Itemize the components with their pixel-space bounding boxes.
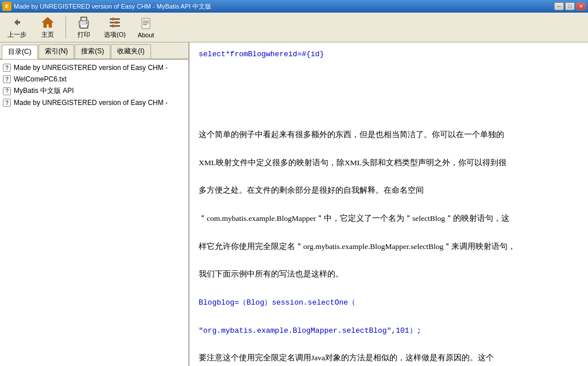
svg-rect-1 xyxy=(18,21,20,24)
svg-rect-14 xyxy=(142,18,150,29)
content-line xyxy=(199,142,579,156)
tree-item-label: Made by UNREGISTERED version of Easy CHM… xyxy=(14,64,168,72)
tab-index[interactable]: 索引(N) xyxy=(38,44,75,59)
about-icon xyxy=(139,17,153,30)
tree-view: ? Made by UNREGISTERED version of Easy C… xyxy=(0,60,188,366)
tab-search[interactable]: 搜索(S) xyxy=(75,44,110,59)
home-button[interactable]: 主页 xyxy=(33,14,62,41)
content-line: 我们下面示例中所有的写法也是这样的。 xyxy=(199,267,579,281)
content-line: ＂com.mybatis.example.BlogMapper＂中，它定义了一个… xyxy=(199,212,579,225)
tree-item[interactable]: ? Made by UNREGISTERED version of Easy C… xyxy=(0,62,188,73)
content-line: select*fromBlogwhereid=#{id} xyxy=(199,47,579,61)
options-icon xyxy=(108,15,122,29)
code-text: "org.mybatis.example.BlogMapper.selectBl… xyxy=(199,326,421,335)
content-line xyxy=(199,75,579,88)
svg-point-11 xyxy=(112,18,115,21)
toolbar-sep-1 xyxy=(65,17,66,38)
title-bar: E Made by UNREGISTERED version of Easy C… xyxy=(0,0,588,13)
svg-rect-15 xyxy=(143,21,149,22)
svg-rect-17 xyxy=(143,24,147,25)
tree-item-icon: ? xyxy=(2,63,11,72)
print-button[interactable]: 打印 xyxy=(69,14,98,41)
svg-marker-2 xyxy=(42,17,53,28)
question-icon: ? xyxy=(3,64,11,72)
back-label: 上一步 xyxy=(7,30,26,39)
content-line xyxy=(199,170,579,184)
about-label: About xyxy=(138,32,154,38)
tab-bar: 目录(C) 索引(N) 搜索(S) 收藏夹(I) xyxy=(0,42,188,60)
tree-item[interactable]: ? Made by UNREGISTERED version of Easy C… xyxy=(0,97,188,108)
main-container: 目录(C) 索引(N) 搜索(S) 收藏夹(I) ? Made by UNREG… xyxy=(0,42,588,366)
tree-item-icon: ? xyxy=(2,98,11,107)
maximize-button[interactable]: □ xyxy=(565,2,575,10)
tree-item-label: WelComePC6.txt xyxy=(14,75,67,83)
content-line: Blogblog=（Blog）session.selectOne（ xyxy=(199,295,579,309)
svg-point-13 xyxy=(112,25,115,28)
tab-bookmarks[interactable]: 收藏夹(I) xyxy=(111,44,150,59)
content-line xyxy=(199,309,579,323)
options-label: 选项(O) xyxy=(104,30,126,39)
tree-item-icon: ? xyxy=(2,75,11,84)
content-line: 多方便之处。在文件的剩余部分是很好的自我解释。在命名空间 xyxy=(199,184,579,197)
content-line xyxy=(199,337,579,351)
tree-item-icon: ? xyxy=(2,87,11,96)
content-line: XML映射文件中定义很多的映射语句，除XML头部和文档类型声明之外，你可以得到很 xyxy=(199,156,579,170)
window-title: Made by UNREGISTERED version of Easy CHM… xyxy=(14,2,554,11)
app-icon: E xyxy=(2,2,11,11)
content-panel[interactable]: select*fromBlogwhereid=#{id} 这个简单的例子中看起来… xyxy=(189,42,588,366)
content-line xyxy=(199,198,579,212)
content-line: 要注意这个使用完全限定名调用Java对象的方法是相似的，这样做是有原因的。这个 xyxy=(199,351,579,365)
minimize-button[interactable]: ─ xyxy=(554,2,564,10)
question-icon: ? xyxy=(3,75,11,83)
code-text: Blogblog=（Blog）session.selectOne（ xyxy=(199,298,355,307)
home-label: 主页 xyxy=(41,30,54,39)
tree-item[interactable]: ? WelComePC6.txt xyxy=(0,73,188,85)
about-button[interactable]: About xyxy=(131,14,160,41)
back-button[interactable]: 上一步 xyxy=(2,14,31,41)
home-icon xyxy=(41,15,55,29)
left-panel: 目录(C) 索引(N) 搜索(S) 收藏夹(I) ? Made by UNREG… xyxy=(0,42,189,366)
content-line: 样它允许你使用完全限定名＂org.mybatis.example.BlogMap… xyxy=(199,240,579,254)
content-line: "org.mybatis.example.BlogMapper.selectBl… xyxy=(199,324,579,337)
content-line xyxy=(199,102,579,114)
svg-rect-16 xyxy=(143,22,149,24)
print-icon xyxy=(77,15,91,29)
svg-rect-6 xyxy=(81,25,87,27)
print-label: 打印 xyxy=(78,30,90,39)
window-controls: ─ □ ✕ xyxy=(554,2,586,10)
toolbar: 上一步 主页 打印 xyxy=(0,13,588,42)
svg-rect-8 xyxy=(110,18,120,20)
question-icon: ? xyxy=(3,87,11,95)
content-line xyxy=(199,225,579,239)
content-line xyxy=(199,61,579,75)
svg-point-12 xyxy=(115,21,118,24)
svg-point-7 xyxy=(86,22,87,24)
svg-rect-9 xyxy=(110,22,120,24)
svg-marker-0 xyxy=(14,19,18,26)
tree-item-label: Made by UNREGISTERED version of Easy CHM… xyxy=(14,99,168,107)
back-icon xyxy=(10,15,24,29)
close-button[interactable]: ✕ xyxy=(576,2,586,10)
tree-item[interactable]: ? MyBatis 中文版 API xyxy=(0,85,188,97)
tree-item-label: MyBatis 中文版 API xyxy=(14,86,74,96)
content-line xyxy=(199,282,579,295)
content-line xyxy=(199,114,579,128)
tab-contents[interactable]: 目录(C) xyxy=(2,45,38,59)
content-line: 这个简单的例子中看起来有很多额外的东西，但是也相当简洁了。你可以在一个单独的 xyxy=(199,128,579,142)
options-button[interactable]: 选项(O) xyxy=(100,14,129,41)
content-line xyxy=(199,254,579,267)
code-text: select*fromBlogwhereid=#{id} xyxy=(199,50,324,59)
svg-rect-10 xyxy=(110,25,120,27)
content-line xyxy=(199,88,579,102)
question-icon: ? xyxy=(3,99,11,107)
